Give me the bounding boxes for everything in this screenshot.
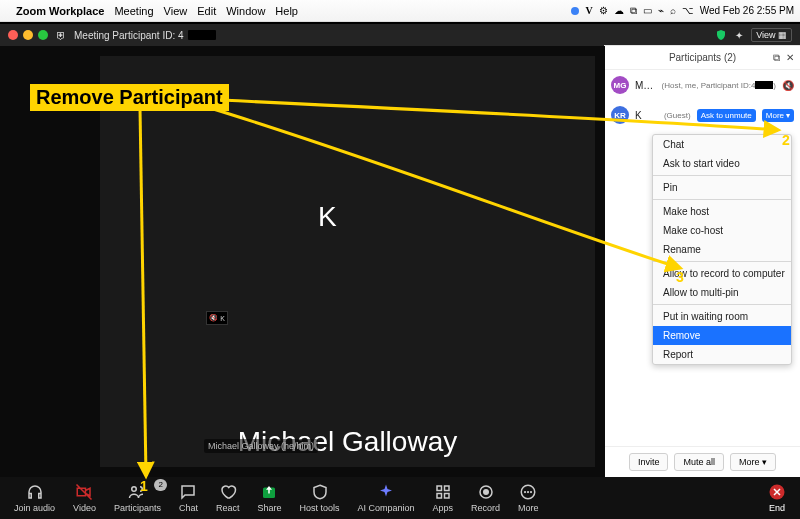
menu-item-pin[interactable]: Pin <box>653 178 791 197</box>
close-icon[interactable] <box>8 30 18 40</box>
meeting-id-label: Meeting Participant ID: 4 <box>74 30 216 41</box>
menu-window[interactable]: Window <box>226 5 265 17</box>
mute-all-button[interactable]: Mute all <box>674 453 724 471</box>
titlebar: ⛨ Meeting Participant ID: 4 ✦ View ▦ <box>0 24 800 46</box>
ai-companion-button[interactable]: AI Companion <box>358 483 415 513</box>
mac-menubar: Zoom Workplace Meeting View Edit Window … <box>0 0 800 22</box>
id-mask <box>188 30 216 40</box>
apps-icon <box>434 483 452 501</box>
menu-separator <box>653 175 791 176</box>
shield-icon <box>311 483 329 501</box>
host-tools-button[interactable]: Host tools <box>300 483 340 513</box>
name-tag: Michael Galloway (he/him) <box>204 439 318 453</box>
join-audio-button[interactable]: Join audio <box>14 483 55 513</box>
status-v-icon: V <box>585 5 592 16</box>
participant-name: K <box>635 110 656 121</box>
status-search-icon: ⌕ <box>670 5 676 16</box>
more-button[interactable]: More <box>518 483 539 513</box>
invite-button[interactable]: Invite <box>629 453 669 471</box>
svg-point-6 <box>530 491 532 493</box>
menu-item-chat[interactable]: Chat <box>653 135 791 154</box>
ask-to-unmute-button[interactable]: Ask to unmute <box>697 109 756 122</box>
participants-header: Participants (2) ⧉ ✕ <box>605 46 800 70</box>
participants-button[interactable]: 2 Participants <box>114 483 161 513</box>
participant-meta: (Guest) <box>664 111 691 120</box>
end-button[interactable]: End <box>768 483 786 513</box>
menu-edit[interactable]: Edit <box>197 5 216 17</box>
participant-context-menu: ChatAsk to start videoPinMake hostMake c… <box>652 134 792 365</box>
traffic-lights[interactable] <box>8 30 48 40</box>
status-clip-icon: ⧉ <box>630 5 637 17</box>
chat-icon <box>179 483 197 501</box>
menu-item-allow-to-multi-pin[interactable]: Allow to multi-pin <box>653 283 791 302</box>
popout-icon[interactable]: ⧉ <box>773 52 780 64</box>
shield-green-icon <box>715 29 727 41</box>
participants-more-button[interactable]: More ▾ <box>730 453 776 471</box>
status-gear-icon: ⚙︎ <box>599 5 608 16</box>
video-area: K Michael Galloway Michael Galloway (he/… <box>0 46 605 477</box>
menu-item-report[interactable]: Report <box>653 345 791 364</box>
menu-item-ask-to-start-video[interactable]: Ask to start video <box>653 154 791 173</box>
menu-item-make-host[interactable]: Make host <box>653 202 791 221</box>
participant-row-host[interactable]: MG Michael… (Host, me, Participant ID:4)… <box>605 70 800 100</box>
participants-badge: 2 <box>154 479 166 491</box>
meeting-toolbar: Join audio Video 2 Participants Chat Rea… <box>0 477 800 519</box>
main-speaker-name: Michael Galloway <box>100 426 595 458</box>
share-icon <box>260 483 278 501</box>
svg-point-5 <box>527 491 529 493</box>
svg-point-2 <box>483 489 489 495</box>
sparkle-icon <box>377 483 395 501</box>
app-name[interactable]: Zoom Workplace <box>16 5 104 17</box>
record-icon <box>477 483 495 501</box>
participants-title: Participants (2) <box>669 52 736 63</box>
menu-help[interactable]: Help <box>275 5 298 17</box>
participant-more-button[interactable]: More▾ <box>762 109 794 122</box>
share-button[interactable]: Share <box>257 483 281 513</box>
menu-separator <box>653 261 791 262</box>
participant-name: Michael… <box>635 80 654 91</box>
minimize-icon[interactable] <box>23 30 33 40</box>
menu-item-remove[interactable]: Remove <box>653 326 791 345</box>
self-thumbnail-label: K <box>220 315 225 322</box>
remote-initial: K <box>318 201 337 233</box>
participants-panel: Participants (2) ⧉ ✕ MG Michael… (Host, … <box>605 46 800 477</box>
react-button[interactable]: React <box>216 483 240 513</box>
plus-icon[interactable]: ✦ <box>735 30 743 41</box>
zoom-window: ⛨ Meeting Participant ID: 4 ✦ View ▦ K M… <box>0 24 800 519</box>
participant-meta: (Host, me, Participant ID:4) <box>662 81 776 90</box>
svg-point-4 <box>524 491 526 493</box>
video-off-icon <box>75 483 93 501</box>
end-icon <box>768 483 786 501</box>
status-wifi-icon: ⌁ <box>658 5 664 16</box>
close-panel-icon[interactable]: ✕ <box>786 52 794 64</box>
status-dot-icon <box>571 7 579 15</box>
apps-button[interactable]: Apps <box>433 483 454 513</box>
mic-muted-icon: 🔇 <box>209 314 218 322</box>
status-icons: V ⚙︎ ☁︎ ⧉ ▭ ⌁ ⌕ ⌥ Wed Feb 26 2:55 PM <box>571 5 794 17</box>
app-menu: Zoom Workplace Meeting View Edit Window … <box>16 5 298 17</box>
menu-item-put-in-waiting-room[interactable]: Put in waiting room <box>653 307 791 326</box>
maximize-icon[interactable] <box>38 30 48 40</box>
record-button[interactable]: Record <box>471 483 500 513</box>
view-button[interactable]: View ▦ <box>751 28 792 42</box>
participants-icon <box>128 483 146 501</box>
participant-row-guest[interactable]: KR K (Guest) Ask to unmute More▾ <box>605 100 800 130</box>
menu-item-rename[interactable]: Rename <box>653 240 791 259</box>
chat-button[interactable]: Chat <box>179 483 198 513</box>
menu-view[interactable]: View <box>164 5 188 17</box>
menu-item-make-co-host[interactable]: Make co-host <box>653 221 791 240</box>
video-button[interactable]: Video <box>73 483 96 513</box>
meeting-shield-icon: ⛨ <box>56 30 66 41</box>
heart-icon <box>219 483 237 501</box>
video-panel: K Michael Galloway Michael Galloway (he/… <box>100 56 595 467</box>
participants-footer: Invite Mute all More ▾ <box>605 446 800 477</box>
menu-meeting[interactable]: Meeting <box>114 5 153 17</box>
status-battery-icon: ▭ <box>643 5 652 16</box>
self-thumbnail[interactable]: 🔇 K <box>206 311 228 325</box>
status-cloud-icon: ☁︎ <box>614 5 624 16</box>
menu-item-allow-to-record-to-computer[interactable]: Allow to record to computer <box>653 264 791 283</box>
menu-separator <box>653 199 791 200</box>
menubar-clock: Wed Feb 26 2:55 PM <box>700 5 794 16</box>
status-control-icon: ⌥ <box>682 5 694 16</box>
avatar: KR <box>611 106 629 124</box>
